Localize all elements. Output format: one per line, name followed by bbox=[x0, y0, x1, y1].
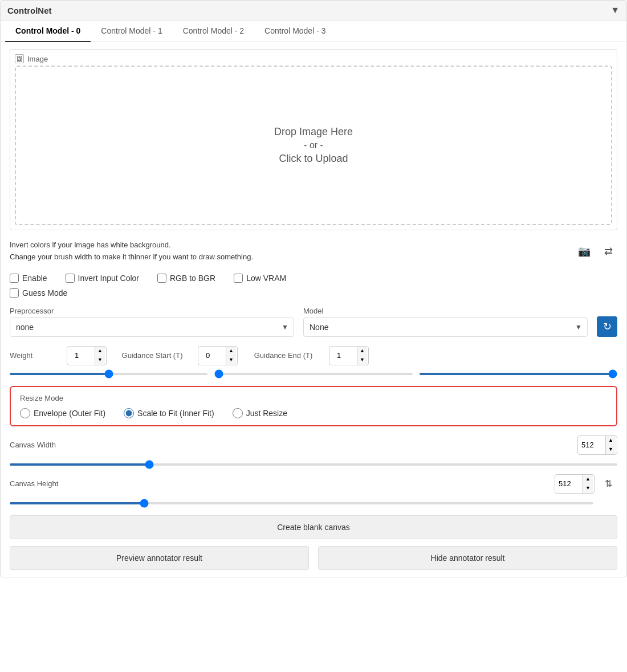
tab-control-model-2[interactable]: Control Model - 2 bbox=[173, 21, 254, 42]
radio-just-resize-label: Just Resize bbox=[246, 409, 287, 418]
canvas-width-input[interactable] bbox=[578, 438, 605, 452]
weight-slider-wrap bbox=[10, 368, 211, 377]
section-header: ControlNet ▼ bbox=[1, 1, 626, 21]
canvas-width-spinners: ▲ ▼ bbox=[605, 436, 616, 454]
section-title: ControlNet bbox=[7, 6, 52, 15]
guidance-end-spinners: ▲ ▼ bbox=[357, 347, 367, 365]
radio-scale-input[interactable] bbox=[124, 408, 134, 418]
radio-scale[interactable]: Scale to Fit (Inner Fit) bbox=[124, 408, 214, 418]
info-line-1: Invert colors if your image has white ba… bbox=[10, 239, 253, 251]
guidance-start-slider-wrap bbox=[211, 368, 416, 377]
rgb-to-bgr-input[interactable] bbox=[157, 274, 166, 283]
weight-label: Weight bbox=[10, 351, 61, 360]
low-vram-checkbox[interactable]: Low VRAM bbox=[234, 274, 286, 283]
guidance-start-label: Guidance Start (T) bbox=[112, 351, 192, 360]
low-vram-label: Low VRAM bbox=[246, 274, 286, 283]
guidance-start-up[interactable]: ▲ bbox=[226, 347, 236, 356]
canvas-height-slider[interactable] bbox=[10, 502, 593, 504]
weight-up[interactable]: ▲ bbox=[95, 347, 105, 356]
guess-mode-input[interactable] bbox=[10, 288, 19, 298]
drop-image-text: Drop Image Here bbox=[274, 126, 353, 138]
transfer-icon[interactable]: ⇄ bbox=[599, 242, 617, 260]
canvas-height-input[interactable] bbox=[555, 476, 583, 491]
chevron-down-icon[interactable]: ▼ bbox=[610, 5, 620, 15]
enable-input[interactable] bbox=[10, 274, 19, 283]
create-canvas-button[interactable]: Create blank canvas bbox=[10, 515, 617, 539]
camera-icon[interactable]: 📷 bbox=[575, 242, 593, 260]
canvas-width-number-box[interactable]: ▲ ▼ bbox=[577, 435, 617, 455]
radio-just-resize-input[interactable] bbox=[233, 408, 243, 418]
guidance-end-label: Guidance End (T) bbox=[243, 351, 323, 360]
guidance-end-up[interactable]: ▲ bbox=[357, 347, 367, 356]
preprocessor-select[interactable]: none canny depth openpose scribble bbox=[10, 317, 294, 337]
guidance-start-number-box[interactable]: ▲ ▼ bbox=[198, 346, 238, 365]
canvas-height-spinners: ▲ ▼ bbox=[583, 475, 593, 493]
radio-just-resize[interactable]: Just Resize bbox=[233, 408, 287, 418]
invert-input-color-input[interactable] bbox=[66, 274, 75, 283]
preprocessor-dropdown-wrapper: none canny depth openpose scribble ▼ bbox=[10, 317, 294, 337]
icon-buttons: 📷 ⇄ bbox=[575, 242, 617, 260]
guidance-start-down[interactable]: ▼ bbox=[226, 356, 236, 365]
guidance-end-slider-wrap bbox=[416, 368, 617, 377]
canvas-width-label: Canvas Width bbox=[10, 441, 577, 449]
resize-mode-title: Resize Mode bbox=[20, 394, 607, 402]
weight-slider[interactable] bbox=[10, 373, 207, 375]
weight-number-box[interactable]: ▲ ▼ bbox=[67, 346, 107, 365]
canvas-width-up[interactable]: ▲ bbox=[606, 436, 616, 445]
guess-mode-checkbox[interactable]: Guess Mode bbox=[10, 288, 67, 298]
image-label: 🖼 Image bbox=[15, 54, 612, 63]
tab-control-model-0[interactable]: Control Model - 0 bbox=[5, 21, 91, 42]
radio-envelope-label: Envelope (Outer Fit) bbox=[34, 409, 105, 418]
radio-scale-label: Scale to Fit (Inner Fit) bbox=[137, 409, 214, 418]
canvas-width-slider-wrap bbox=[10, 458, 617, 467]
info-row: Invert colors if your image has white ba… bbox=[10, 237, 617, 266]
click-to-upload-text: Click to Upload bbox=[279, 153, 348, 165]
upload-area[interactable]: Drop Image Here - or - Click to Upload bbox=[15, 66, 612, 225]
hide-annotator-button[interactable]: Hide annotator result bbox=[318, 546, 617, 570]
guidance-start-input[interactable] bbox=[198, 348, 226, 363]
sync-dimensions-icon[interactable]: ⇅ bbox=[599, 475, 617, 493]
refresh-button[interactable]: ↻ bbox=[597, 316, 617, 337]
canvas-width-row: Canvas Width ▲ ▼ bbox=[10, 435, 617, 455]
guidance-start-spinners: ▲ ▼ bbox=[226, 347, 236, 365]
invert-label: Invert Input Color bbox=[78, 274, 139, 283]
radio-envelope[interactable]: Envelope (Outer Fit) bbox=[20, 408, 105, 418]
guidance-end-input[interactable] bbox=[329, 348, 357, 363]
weight-input[interactable] bbox=[67, 348, 95, 363]
three-sliders-row bbox=[10, 368, 617, 377]
guidance-end-down[interactable]: ▼ bbox=[357, 356, 367, 365]
guess-mode-label: Guess Mode bbox=[22, 288, 67, 298]
weight-spinners: ▲ ▼ bbox=[95, 347, 105, 365]
guidance-end-number-box[interactable]: ▲ ▼ bbox=[329, 346, 369, 365]
canvas-height-row: Canvas Height ▲ ▼ ⇅ bbox=[10, 474, 617, 494]
canvas-height-slider-wrap bbox=[10, 497, 617, 506]
enable-checkbox[interactable]: Enable bbox=[10, 274, 47, 283]
invert-input-color-checkbox[interactable]: Invert Input Color bbox=[66, 274, 139, 283]
image-icon: 🖼 bbox=[15, 54, 24, 63]
preprocessor-label: Preprocessor bbox=[10, 307, 294, 315]
image-label-text: Image bbox=[27, 55, 48, 63]
preview-annotator-button[interactable]: Preview annotator result bbox=[10, 546, 309, 570]
canvas-height-up[interactable]: ▲ bbox=[583, 475, 593, 484]
model-label: Model bbox=[303, 307, 588, 315]
tab-control-model-1[interactable]: Control Model - 1 bbox=[91, 21, 172, 42]
content-area: 🖼 Image Drop Image Here - or - Click to … bbox=[1, 42, 626, 577]
model-group: Model None control_sd15_canny control_sd… bbox=[303, 307, 588, 337]
canvas-height-label: Canvas Height bbox=[10, 479, 555, 488]
dropdowns-row: Preprocessor none canny depth openpose s… bbox=[10, 307, 617, 337]
resize-mode-section: Resize Mode Envelope (Outer Fit) Scale t… bbox=[10, 386, 617, 426]
preprocessor-group: Preprocessor none canny depth openpose s… bbox=[10, 307, 294, 337]
radio-envelope-input[interactable] bbox=[20, 408, 30, 418]
canvas-height-number-box[interactable]: ▲ ▼ bbox=[555, 474, 595, 494]
guidance-start-slider[interactable] bbox=[214, 373, 412, 375]
guidance-end-slider[interactable] bbox=[420, 373, 617, 375]
low-vram-input[interactable] bbox=[234, 274, 243, 283]
canvas-width-down[interactable]: ▼ bbox=[606, 445, 616, 454]
canvas-height-down[interactable]: ▼ bbox=[583, 484, 593, 493]
rgb-to-bgr-checkbox[interactable]: RGB to BGR bbox=[157, 274, 215, 283]
model-dropdown-wrapper: None control_sd15_canny control_sd15_dep… bbox=[303, 317, 588, 337]
tab-control-model-3[interactable]: Control Model - 3 bbox=[254, 21, 336, 42]
model-select[interactable]: None control_sd15_canny control_sd15_dep… bbox=[303, 317, 588, 337]
weight-down[interactable]: ▼ bbox=[95, 356, 105, 365]
canvas-width-slider[interactable] bbox=[10, 463, 617, 466]
